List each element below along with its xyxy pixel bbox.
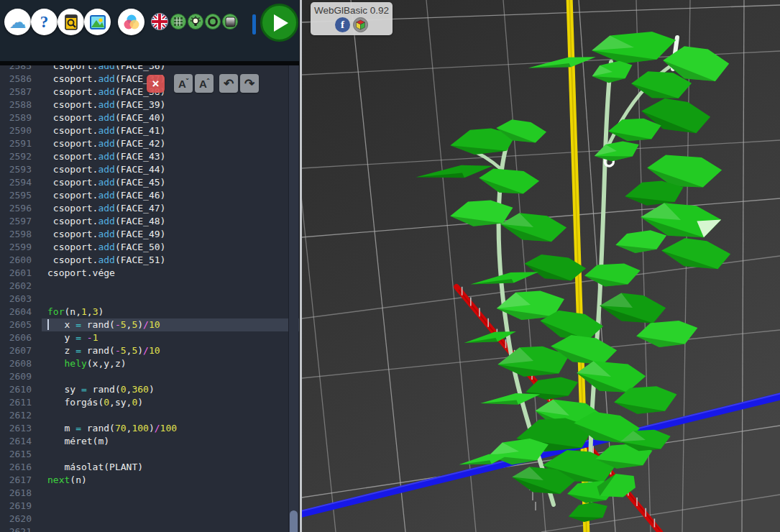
lightbulb-icon <box>190 16 201 27</box>
code-line: 2618 <box>0 487 299 500</box>
cube-glyph <box>355 19 366 30</box>
grid-icon <box>173 17 183 27</box>
code-line: 2605 x = rand(-5,5)/10 <box>0 318 299 331</box>
editor-scrollbar-thumb[interactable] <box>290 510 298 532</box>
code-line: 2592 csoport.add(FACE_43) <box>0 150 299 163</box>
reference-book-button[interactable] <box>58 9 84 35</box>
font-larger-button[interactable]: Aˆ <box>195 74 214 93</box>
question-mark-icon: ? <box>40 13 49 32</box>
undo-button[interactable]: ↶ <box>219 74 238 93</box>
font-smaller-button[interactable]: Aˇ <box>174 74 193 93</box>
facebook-icon[interactable]: f <box>335 17 350 32</box>
code-line: 2589 csoport.add(FACE_40) <box>0 111 299 124</box>
toolbar-divider <box>252 14 256 35</box>
code-line: 2594 csoport.add(FACE_45) <box>0 176 299 189</box>
color-palette-icon <box>122 13 141 32</box>
cube-icon[interactable] <box>353 17 368 32</box>
code-line: 2591 csoport.add(FACE_42) <box>0 137 299 150</box>
code-line: 2610 sy = rand(0,360) <box>0 383 299 396</box>
grid-toggle-button[interactable] <box>170 14 186 29</box>
font-larger-icon: Aˆ <box>199 78 209 89</box>
cloud-button[interactable]: ☁ <box>4 9 31 35</box>
image-icon <box>89 14 106 31</box>
3d-viewport[interactable]: WebGlBasic 0.92 f <box>302 0 780 532</box>
code-line: 2620 <box>0 513 299 526</box>
code-line: 2615 <box>0 448 299 461</box>
shading-toggle-button[interactable] <box>222 14 238 29</box>
redo-icon: ↷ <box>244 76 254 91</box>
code-line: 2617next(n) <box>0 474 299 487</box>
colors-button[interactable] <box>118 9 144 35</box>
code-line: 2596 csoport.add(FACE_47) <box>0 202 299 215</box>
code-line: 2585 csoport.add(FACE_36) <box>0 65 299 73</box>
code-line: 2602 <box>0 280 299 293</box>
code-line: 2593 csoport.add(FACE_44) <box>0 163 299 176</box>
code-line: 2621 <box>0 526 299 532</box>
code-line: 2614 méret(m) <box>0 435 299 448</box>
version-label: WebGlBasic 0.92 <box>311 5 393 16</box>
circle-toggle-button[interactable] <box>205 14 221 29</box>
font-smaller-icon: Aˇ <box>178 78 188 89</box>
code-line: 2598 csoport.add(FACE_49) <box>0 228 299 241</box>
ring-icon <box>207 16 219 27</box>
3d-scene <box>302 0 780 532</box>
cloud-icon: ☁ <box>9 14 27 31</box>
code-line: 2607 z = rand(-5,5)/10 <box>0 344 299 357</box>
code-line: 2600 csoport.add(FACE_51) <box>0 254 299 267</box>
toolbar: ☁ ? <box>0 0 299 61</box>
undo-icon: ↶ <box>224 76 234 91</box>
code-line: 2619 <box>0 500 299 513</box>
code-line: 2612 <box>0 409 299 422</box>
code-line: 2609 <box>0 370 299 383</box>
redo-button[interactable]: ↷ <box>240 74 259 93</box>
run-button[interactable] <box>260 4 298 42</box>
editor-scrollbar[interactable] <box>288 65 298 532</box>
code-line: 2588 csoport.add(FACE_39) <box>0 98 299 111</box>
code-line: 2590 csoport.add(FACE_41) <box>0 124 299 137</box>
gradient-icon <box>225 17 236 27</box>
gallery-button[interactable] <box>84 9 111 35</box>
version-overlay: WebGlBasic 0.92 f <box>311 2 393 35</box>
code-line: 2606 y = -1 <box>0 331 299 344</box>
code-panel: ☁ ? <box>0 0 299 532</box>
help-button[interactable]: ? <box>31 9 58 35</box>
close-button[interactable]: × <box>147 75 165 93</box>
code-line: 2597 csoport.add(FACE_48) <box>0 215 299 228</box>
code-line: 2608 hely(x,y,z) <box>0 357 299 370</box>
code-line: 2595 csoport.add(FACE_46) <box>0 189 299 202</box>
uk-flag-icon <box>152 14 168 29</box>
code-line: 2599 csoport.add(FACE_50) <box>0 241 299 254</box>
light-toggle-button[interactable] <box>188 14 203 29</box>
language-button[interactable] <box>151 13 168 30</box>
code-line: 2613 m = rand(70,100)/100 <box>0 422 299 435</box>
code-line: 2611 forgás(0,sy,0) <box>0 396 299 409</box>
book-search-icon <box>63 14 80 31</box>
code-line: 2616 másolat(PLANT) <box>0 461 299 474</box>
code-line: 2604for(n,1,3) <box>0 306 299 318</box>
code-editor[interactable]: 2585 csoport.add(FACE_36)2586 csoport.ad… <box>0 65 299 532</box>
code-line: 2603 <box>0 293 299 306</box>
code-line: 2601csoport.vége <box>0 267 299 280</box>
play-icon <box>274 14 288 32</box>
code-lines: 2585 csoport.add(FACE_36)2586 csoport.ad… <box>0 65 299 532</box>
